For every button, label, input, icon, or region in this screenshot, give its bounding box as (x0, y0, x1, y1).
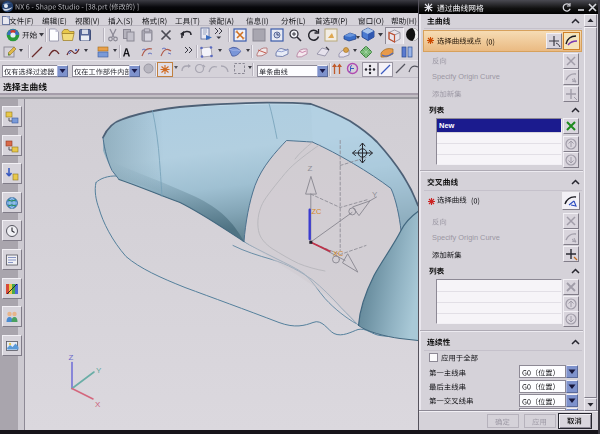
svg-text:Y: Y (96, 365, 102, 374)
svg-text:Z: Z (308, 163, 313, 172)
svg-text:XC: XC (333, 249, 344, 258)
svg-text:Y: Y (372, 189, 378, 198)
svg-text:Z: Z (69, 352, 74, 361)
svg-text:X: X (95, 399, 101, 408)
svg-text:ZC: ZC (312, 206, 323, 215)
